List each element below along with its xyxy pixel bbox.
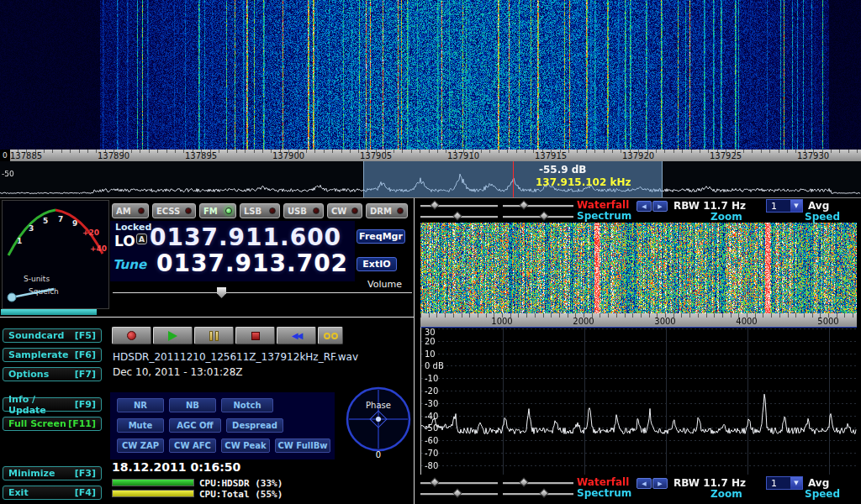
pause-button[interactable] [194, 327, 234, 344]
cw-peak-button[interactable]: CW Peak [221, 438, 270, 453]
tune-frequency-display[interactable]: 0137.913.702 [156, 252, 348, 276]
button-key: [F5] [75, 330, 96, 341]
zoom-spectrum-canvas [421, 328, 857, 475]
db-axis-label: 10 [425, 349, 436, 359]
full-screen-button[interactable]: Full Screen[F11] [3, 417, 102, 431]
samplerate-button[interactable]: Samplerate[F6] [3, 348, 102, 362]
mode-fm-button[interactable]: FM [199, 203, 236, 218]
bottom-rbw-increase-button[interactable]: ▶ [652, 478, 668, 489]
info-update-button[interactable]: Info / Update[F9] [3, 397, 102, 412]
waterfall-offset-slider[interactable] [503, 201, 573, 210]
db-axis-label: -30 [425, 399, 438, 408]
options-button[interactable]: Options[F7] [3, 367, 102, 381]
minimize-button[interactable]: Minimize[F3] [3, 466, 102, 480]
freqmgr-button[interactable]: FreqMgr [357, 229, 405, 244]
extio-button[interactable]: ExtIO [357, 257, 397, 271]
db-axis-label: 20 [425, 337, 436, 346]
slider-knob[interactable] [539, 211, 548, 220]
mode-label: ECSS [156, 207, 180, 216]
slider-knob[interactable] [452, 211, 462, 220]
zoom-scale-label: 5000 [817, 317, 838, 326]
button-key: [F7] [75, 369, 96, 380]
soundcard-button[interactable]: Soundcard[F5] [3, 328, 102, 343]
mode-cw-button[interactable]: CW [327, 203, 362, 218]
nb-button[interactable]: NB [169, 398, 216, 412]
mode-lsb-button[interactable]: LSB [240, 203, 280, 218]
slider-knob[interactable] [520, 200, 529, 209]
main-waterfall[interactable] [0, 0, 861, 150]
cw-zap-button[interactable]: CW ZAP [117, 438, 164, 453]
mode-ecss-button[interactable]: ECSS [152, 203, 196, 218]
cpu-hdsdr-text: CPU:HDSDR (33%) [199, 478, 283, 489]
main-frequency-scale[interactable]: 137885 137890 137895 137900 137905 13791… [0, 150, 861, 161]
zoom-waterfall[interactable] [420, 223, 857, 313]
slider-knob[interactable] [430, 200, 439, 209]
record-button[interactable] [112, 327, 151, 344]
notch-button[interactable]: Notch [221, 398, 273, 412]
waterfall-contrast-slider[interactable] [420, 201, 498, 210]
s-meter: 1 3 5 7 9 +20 +40 S-units Squelch [2, 200, 109, 309]
hdsdr-app: 137885 137890 137895 137900 137905 13791… [0, 0, 861, 504]
mode-usb-button[interactable]: USB [283, 203, 324, 218]
smeter-tick: +40 [90, 244, 107, 253]
bottom-waterfall-contrast-slider[interactable] [420, 478, 498, 487]
nr-button[interactable]: NR [117, 398, 164, 412]
waterfall-label[interactable]: Waterfall [577, 199, 629, 211]
freq-scale-label: 137930 [797, 151, 829, 160]
cw-fullbw-button[interactable]: CW FullBw [275, 438, 330, 453]
mode-drm-button[interactable]: DRM [366, 203, 408, 218]
lo-frequency-display[interactable]: 0137.911.600 [150, 226, 341, 249]
mode-am-button[interactable]: AM [112, 203, 149, 218]
freq-scale-label: 137905 [360, 151, 392, 160]
bottom-avg-label: Avg [808, 477, 829, 489]
squelch-knob[interactable] [8, 293, 16, 302]
spectrum-offset-slider[interactable] [503, 212, 573, 221]
lo-a-button[interactable]: A [136, 234, 147, 244]
bottom-waterfall-label[interactable]: Waterfall [577, 476, 629, 488]
squelch-level-bar[interactable] [1, 309, 97, 315]
phase-indicator: Phase 0 [341, 382, 415, 459]
mode-led [313, 207, 320, 214]
mode-label: AM [116, 207, 131, 216]
bottom-waterfall-offset-slider[interactable] [503, 478, 573, 487]
mode-label: DRM [370, 207, 392, 216]
zoom-spectrum[interactable]: 30 20 10 0 dB -10 -20 -30 -40 -50 -60 -7… [420, 327, 857, 475]
slider-knob[interactable] [452, 488, 462, 497]
play-button[interactable] [153, 327, 193, 344]
zoom-frequency-scale[interactable]: 1000 2000 3000 4000 5000 [420, 313, 857, 327]
agc-button[interactable]: AGC Off [169, 418, 221, 433]
smeter-tick: 9 [72, 219, 77, 228]
slider-knob[interactable] [430, 477, 439, 486]
rewind-button[interactable]: ◀◀ [277, 327, 316, 344]
db-axis-label: -20 [425, 386, 438, 396]
dsp-panel: NR NB Notch Mute AGC Off Despread CW ZAP… [110, 392, 335, 459]
volume-slider-track[interactable] [113, 292, 412, 293]
stop-button[interactable] [235, 327, 275, 344]
spectrum-label[interactable]: Spectrum [577, 210, 631, 222]
bottom-spectrum-offset-slider[interactable] [503, 489, 573, 498]
exit-button[interactable]: Exit[F4] [3, 486, 102, 500]
avg-select[interactable]: 1 ▼ [766, 199, 803, 213]
bottom-rbw-decrease-button[interactable]: ◀ [637, 478, 652, 489]
bottom-spectrum-gain-slider[interactable] [420, 489, 498, 498]
speed-label: Speed [805, 211, 840, 223]
rbw-decrease-button[interactable]: ◀ [637, 201, 652, 212]
db-axis-label: -40 [425, 412, 438, 421]
zoom-scale-label: 4000 [736, 317, 757, 326]
cw-afc-button[interactable]: CW AFC [169, 438, 216, 453]
rbw-increase-button[interactable]: ▶ [652, 201, 668, 212]
overview-spectrum[interactable]: -50 -55.9 dB 137.915.102 kHz [0, 161, 861, 197]
freq-scale-label: 137915 [535, 151, 567, 160]
mode-selector: AM ECSS FM LSB USB CW DRM [112, 203, 408, 218]
slider-knob[interactable] [539, 488, 548, 497]
loop-button[interactable] [318, 327, 343, 344]
bottom-avg-select[interactable]: 1 ▼ [766, 476, 803, 490]
slider-knob[interactable] [520, 477, 529, 486]
smeter-units-label: S-units [24, 275, 50, 283]
bottom-spectrum-label[interactable]: Spectrum [577, 487, 631, 499]
mute-button[interactable]: Mute [117, 418, 164, 433]
despread-button[interactable]: Despread [226, 418, 283, 433]
recording-filename: HDSDR_20111210_125611Z_137912kHz_RF.wav [113, 351, 358, 363]
spectrum-gain-slider[interactable] [420, 212, 498, 221]
zoom-label: Zoom [710, 211, 742, 223]
